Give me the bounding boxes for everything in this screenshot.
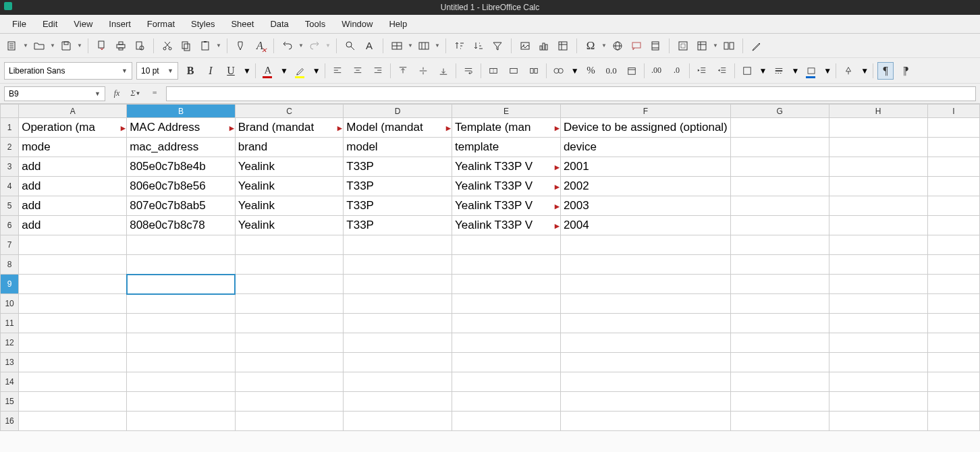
autofilter-icon[interactable] [489,38,506,54]
cell-C12[interactable] [235,333,344,353]
date-button[interactable] [624,62,640,80]
special-char-dropdown[interactable]: ▼ [601,43,607,49]
cell-F15[interactable] [560,392,730,412]
cell-G3[interactable] [730,157,829,177]
autofilter-fmt-dropdown[interactable]: ▼ [861,66,869,76]
align-bottom-button[interactable] [435,62,452,80]
cell-C1[interactable]: Brand (mandat▸ [235,118,344,138]
cell-F7[interactable] [560,235,730,255]
cut-icon[interactable] [159,38,175,54]
menu-tools[interactable]: Tools [297,16,333,32]
font-color-button[interactable]: A [260,62,276,80]
cell-F3[interactable]: 2001 [560,157,730,177]
open-icon[interactable] [31,38,47,54]
number-button[interactable]: 0.0 [603,62,620,80]
cell-C5[interactable]: Yealink [235,196,344,216]
row-header-9[interactable]: 9 [1,275,19,294]
column-header-E[interactable]: E [452,105,561,118]
column-header-A[interactable]: A [19,105,127,118]
col-icon[interactable] [416,38,432,54]
cell-E3[interactable]: Yealink T33P V▸ [452,157,561,177]
cell-H5[interactable] [829,196,927,216]
cell-E6[interactable]: Yealink T33P V▸ [452,216,561,235]
font-size-combo[interactable]: 10 pt▼ [136,62,178,80]
sort-asc-icon[interactable] [452,38,468,54]
new-dropdown[interactable]: ▼ [23,43,28,49]
cell-I13[interactable] [927,353,979,372]
cell-B3[interactable]: 805e0c7b8e4b [127,157,236,177]
row-header-15[interactable]: 15 [1,392,19,412]
cell-C3[interactable]: Yealink [235,157,344,177]
row-header-2[interactable]: 2 [1,138,19,157]
cell-F6[interactable]: 2004 [560,216,730,235]
column-header-D[interactable]: D [344,105,452,118]
cell-E10[interactable] [452,294,561,314]
percent-button[interactable]: % [583,62,599,80]
cell-H14[interactable] [829,372,927,392]
cell-E15[interactable] [452,392,561,412]
clear-format-icon[interactable]: A✕ [252,38,268,54]
cell-G6[interactable] [730,216,829,235]
cell-H10[interactable] [829,294,927,314]
cell-A10[interactable] [19,294,127,314]
column-header-I[interactable]: I [927,105,979,118]
define-print-area-icon[interactable] [675,38,691,54]
print-preview-icon[interactable] [132,38,148,54]
cell-A2[interactable]: mode [19,138,127,157]
sort-desc-icon[interactable] [470,38,487,54]
column-header-H[interactable]: H [829,105,927,118]
cell-B5[interactable]: 807e0c7b8ab5 [127,196,236,216]
cell-H9[interactable] [829,275,927,294]
cell-F16[interactable] [560,412,730,431]
menu-sheet[interactable]: Sheet [223,16,262,32]
column-header-G[interactable]: G [730,105,829,118]
cell-B9[interactable] [127,275,236,294]
cell-E5[interactable]: Yealink T33P V▸ [452,196,561,216]
cell-E9[interactable] [452,275,561,294]
cell-H3[interactable] [829,157,927,177]
cell-F14[interactable] [560,372,730,392]
cell-G15[interactable] [730,392,829,412]
cell-I14[interactable] [927,372,979,392]
cell-D8[interactable] [344,255,452,275]
cell-A12[interactable] [19,333,127,353]
cell-A1[interactable]: Operation (ma▸ [19,118,127,138]
cell-G2[interactable] [730,138,829,157]
redo-dropdown[interactable]: ▼ [325,43,331,49]
cell-I11[interactable] [927,314,979,333]
cell-C4[interactable]: Yealink [235,177,344,196]
align-right-button[interactable] [370,62,386,80]
cell-C11[interactable] [235,314,344,333]
cell-E11[interactable] [452,314,561,333]
cell-D13[interactable] [344,353,452,372]
cell-I6[interactable] [927,216,979,235]
spellcheck-icon[interactable]: A [361,38,377,54]
menu-styles[interactable]: Styles [183,16,223,32]
cell-I10[interactable] [927,294,979,314]
cell-G13[interactable] [730,353,829,372]
row-header-16[interactable]: 16 [1,412,19,431]
cell-E14[interactable] [452,372,561,392]
cell-D7[interactable] [344,235,452,255]
cell-A4[interactable]: add [19,177,127,196]
spreadsheet-grid[interactable]: ABCDEFGHI1Operation (ma▸MAC Address▸Bran… [0,104,980,431]
cell-E4[interactable]: Yealink T33P V▸ [452,177,561,196]
menu-help[interactable]: Help [381,16,415,32]
cell-E16[interactable] [452,412,561,431]
row-header-7[interactable]: 7 [1,235,19,255]
cell-B4[interactable]: 806e0c7b8e56 [127,177,236,196]
cell-D16[interactable] [344,412,452,431]
cell-D15[interactable] [344,392,452,412]
autofilter-fmt-button[interactable] [840,62,856,80]
cell-C15[interactable] [235,392,344,412]
name-box[interactable]: B9▼ [4,86,105,101]
cell-E7[interactable] [452,235,561,255]
cell-I3[interactable] [927,157,979,177]
italic-button[interactable]: I [202,62,219,80]
align-vcenter-button[interactable] [415,62,431,80]
cell-I9[interactable] [927,275,979,294]
cell-G14[interactable] [730,372,829,392]
underline-button[interactable]: U [223,62,239,80]
cell-F8[interactable] [560,255,730,275]
cell-I8[interactable] [927,255,979,275]
